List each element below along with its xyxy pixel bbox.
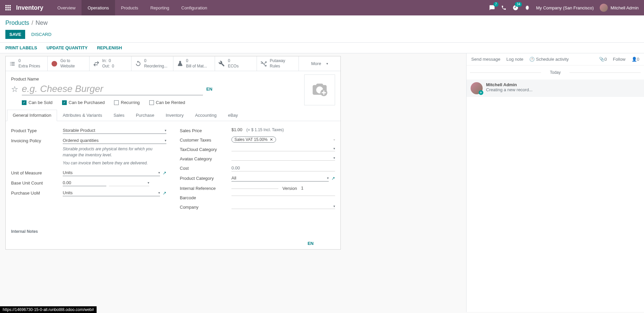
sales-price-incl-note: (= $ 1.15 Incl. Taxes)	[247, 127, 284, 132]
base-unit-input[interactable]: 0.00	[63, 179, 106, 186]
sales-price-value[interactable]: $1.00	[231, 127, 243, 132]
favorite-star-icon[interactable]: ☆	[11, 85, 18, 94]
product-image-upload[interactable]	[304, 74, 335, 105]
nav-products[interactable]: Products	[115, 0, 144, 15]
uom-external-link-icon[interactable]: ↗	[163, 170, 166, 175]
form-scroll-area[interactable]: 0Extra Prices Go toWebsite In:0 Out:0 0R…	[0, 53, 466, 312]
category-select[interactable]: All▾	[231, 175, 329, 181]
recurring-checkbox[interactable]: Recurring	[114, 100, 140, 105]
avatax-select[interactable]: ▾	[231, 155, 335, 161]
svg-rect-3	[5, 7, 7, 8]
internal-ref-label: Internal Reference	[180, 185, 231, 191]
nav-operations[interactable]: Operations	[82, 0, 115, 15]
checkbox-icon	[149, 100, 154, 105]
chatter-date-separator: Today	[467, 70, 644, 75]
breadcrumb-parent[interactable]: Products	[5, 19, 29, 26]
stat-bom[interactable]: 0Bill of Mat...	[173, 56, 215, 71]
tab-sales[interactable]: Sales	[108, 110, 130, 121]
activities-badge: 34	[515, 2, 522, 7]
message-text: Creating a new record...	[486, 87, 533, 92]
attachments-button[interactable]: 📎0	[599, 57, 607, 62]
breadcrumb-current: New	[36, 19, 48, 26]
app-brand[interactable]: Inventory	[16, 4, 43, 11]
chevron-down-icon: ▾	[333, 156, 335, 160]
nav-right: 7 34 My Company (San Francisco) Mitchell…	[489, 4, 639, 12]
internal-ref-input[interactable]	[231, 187, 278, 189]
tab-attributes-variants[interactable]: Attributes & Variants	[57, 110, 108, 121]
barcode-label: Barcode	[180, 194, 231, 200]
chevron-down-icon: ▾	[333, 147, 335, 150]
nav-reporting[interactable]: Reporting	[144, 0, 175, 15]
stat-ecos[interactable]: 0ECOs	[215, 56, 257, 71]
tab-purchase[interactable]: Purchase	[130, 110, 160, 121]
browser-status-bar: https://14696730-15-0-all.runbot88.odoo.…	[0, 306, 97, 312]
svg-rect-2	[9, 5, 11, 6]
language-indicator[interactable]: EN	[206, 87, 212, 92]
tab-ebay[interactable]: eBay	[222, 110, 244, 121]
log-note-button[interactable]: Log note	[506, 57, 524, 62]
company-label: Company	[180, 204, 231, 210]
company-switcher[interactable]: My Company (San Francisco)	[536, 5, 594, 10]
apps-icon[interactable]	[5, 5, 11, 10]
cost-label: Cost	[180, 165, 231, 171]
send-message-button[interactable]: Send message	[471, 57, 500, 62]
product-type-select[interactable]: Storable Product▾	[63, 127, 166, 134]
category-external-link-icon[interactable]: ↗	[331, 176, 335, 181]
title-area: Product Name ☆ EN	[6, 71, 340, 99]
stat-extra-prices[interactable]: 0Extra Prices	[6, 56, 48, 71]
activities-icon[interactable]: 34	[513, 5, 519, 11]
replenish-action[interactable]: REPLENISH	[97, 45, 122, 50]
purchase-uom-select[interactable]: Units▾	[63, 190, 160, 196]
shuffle-icon	[260, 60, 267, 67]
stat-in-out[interactable]: In:0 Out:0	[90, 56, 131, 71]
svg-rect-7	[7, 9, 9, 10]
message-author: Mitchell Admin	[486, 82, 533, 87]
uom-select[interactable]: Units▾	[63, 169, 160, 176]
discard-button[interactable]: DISCARD	[30, 30, 53, 39]
purchase-uom-external-link-icon[interactable]: ↗	[163, 191, 166, 196]
print-labels-action[interactable]: PRINT LABELS	[5, 45, 37, 50]
chevron-down-icon[interactable]: ▾	[333, 138, 335, 142]
language-indicator-notes[interactable]: EN	[308, 241, 314, 246]
messages-icon[interactable]: 7	[489, 5, 495, 11]
stat-reordering[interactable]: 0Reordering...	[131, 56, 173, 71]
debug-icon[interactable]	[525, 5, 530, 10]
stat-putaway[interactable]: PutawayRules	[257, 56, 299, 71]
phone-icon[interactable]	[501, 5, 506, 10]
taxcloud-select[interactable]: ▾	[231, 146, 335, 151]
remove-tag-icon[interactable]: ✕	[270, 137, 273, 142]
user-menu[interactable]: Mitchell Admin	[600, 4, 639, 12]
category-label: Product Category	[180, 175, 231, 181]
save-button[interactable]: SAVE	[5, 30, 25, 39]
update-quantity-action[interactable]: UPDATE QUANTITY	[47, 45, 88, 50]
chevron-down-icon: ▾	[333, 204, 335, 208]
schedule-activity-button[interactable]: 🕐 Schedule activity	[529, 57, 569, 62]
tab-general-information[interactable]: General Information	[7, 110, 57, 121]
base-unit-uom-select[interactable]: ▾	[109, 179, 149, 186]
product-name-input[interactable]	[22, 83, 203, 95]
cost-input[interactable]: 0.00	[231, 165, 335, 171]
transfer-icon	[93, 60, 100, 67]
nav-overview[interactable]: Overview	[51, 0, 82, 15]
messages-badge: 7	[493, 2, 499, 7]
company-select[interactable]: ▾	[231, 204, 335, 209]
can-be-sold-checkbox[interactable]: ✓Can be Sold	[22, 100, 53, 105]
breadcrumb-sep: /	[32, 19, 33, 26]
stat-more[interactable]: More ▾	[299, 56, 340, 71]
action-bar: PRINT LABELS UPDATE QUANTITY REPLENISH	[0, 43, 644, 53]
stat-go-to-website[interactable]: Go toWebsite	[48, 56, 90, 71]
follow-button[interactable]: Follow	[613, 57, 626, 62]
chevron-down-icon: ▾	[158, 171, 160, 174]
wrench-icon	[218, 60, 225, 67]
nav-configuration[interactable]: Configuration	[175, 0, 213, 15]
invoicing-policy-select[interactable]: Ordered quantities▾	[63, 137, 166, 144]
can-be-rented-checkbox[interactable]: Can be Rented	[149, 100, 185, 105]
stat-button-row: 0Extra Prices Go toWebsite In:0 Out:0 0R…	[6, 56, 340, 71]
can-be-purchased-checkbox[interactable]: ✓Can be Purchased	[62, 100, 105, 105]
customer-tax-tag[interactable]: Sales VAT 15.00%✕	[231, 137, 276, 143]
tab-inventory[interactable]: Inventory	[160, 110, 189, 121]
checkbox-icon	[114, 100, 119, 105]
barcode-input[interactable]	[231, 194, 335, 196]
tab-accounting[interactable]: Accounting	[189, 110, 222, 121]
followers-button[interactable]: 👤0	[632, 57, 639, 62]
